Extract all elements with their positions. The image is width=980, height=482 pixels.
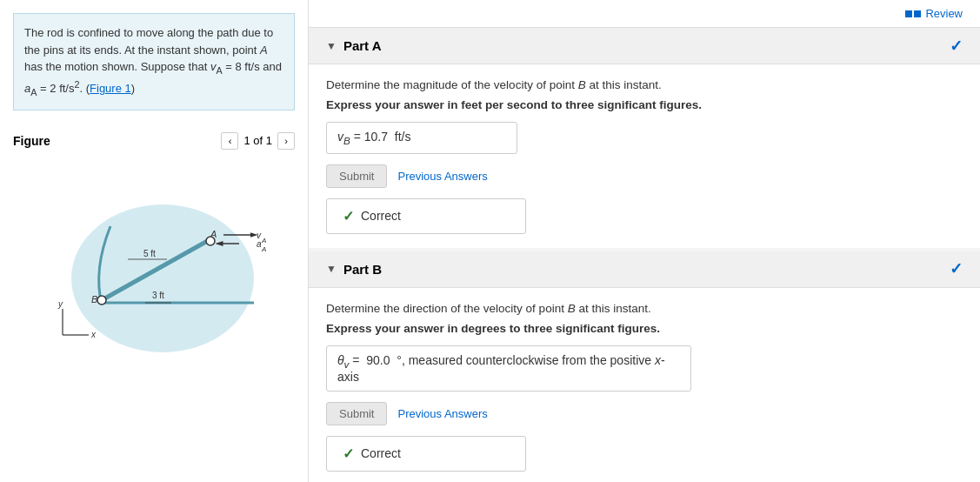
part-a-checkmark: ✓ bbox=[950, 37, 963, 56]
part-a-input[interactable]: vB = 10.7 ft/s bbox=[326, 122, 517, 154]
part-a-header: ▼ Part A ✓ bbox=[309, 28, 980, 64]
figure-nav: ‹ 1 of 1 › bbox=[221, 132, 295, 150]
part-a-correct-checkmark: ✓ bbox=[343, 208, 354, 224]
part-b-instruction: Express your answer in degrees to three … bbox=[326, 322, 963, 335]
review-label: Review bbox=[925, 7, 963, 20]
svg-point-10 bbox=[206, 237, 215, 245]
part-a-submit-button[interactable]: Submit bbox=[326, 164, 387, 188]
left-panel: The rod is confined to move along the pa… bbox=[0, 0, 309, 482]
part-a-actions: Submit Previous Answers bbox=[326, 164, 963, 188]
part-b-correct-text: Correct bbox=[361, 446, 401, 460]
part-a-correct-box: ✓ Correct bbox=[326, 198, 526, 234]
figure-page: 1 of 1 bbox=[243, 134, 272, 147]
part-b-header: ▼ Part B ✓ bbox=[309, 251, 980, 288]
svg-text:3 ft: 3 ft bbox=[152, 291, 164, 300]
part-b-question: Determine the direction of the velocity … bbox=[326, 302, 963, 315]
part-b-input[interactable]: θv = 90.0 °, measured counterclockwise f… bbox=[326, 345, 691, 392]
svg-text:x: x bbox=[90, 330, 97, 339]
figure-next-button[interactable]: › bbox=[277, 132, 295, 150]
svg-text:B: B bbox=[91, 294, 97, 305]
figure-header: Figure ‹ 1 of 1 › bbox=[13, 132, 295, 150]
figure-canvas: y x B A bbox=[23, 157, 284, 357]
figure-prev-button[interactable]: ‹ bbox=[221, 132, 238, 150]
figure-section: Figure ‹ 1 of 1 › y x bbox=[0, 124, 308, 365]
part-a-section: ▼ Part A ✓ Determine the magnitude of th… bbox=[309, 28, 980, 248]
part-b-submit-button[interactable]: Submit bbox=[326, 402, 387, 425]
part-b-content: Determine the direction of the velocity … bbox=[309, 288, 980, 482]
part-b-checkmark: ✓ bbox=[950, 259, 963, 278]
part-b-title: Part B bbox=[343, 262, 382, 277]
review-icon bbox=[905, 10, 921, 17]
review-link[interactable]: Review bbox=[905, 7, 963, 20]
svg-point-9 bbox=[97, 296, 106, 305]
figure1-link[interactable]: Figure 1 bbox=[90, 82, 131, 95]
part-a-prev-answers-link[interactable]: Previous Answers bbox=[397, 170, 487, 183]
part-b-collapse-arrow[interactable]: ▼ bbox=[326, 263, 337, 275]
svg-text:A: A bbox=[261, 244, 266, 252]
part-a-correct-text: Correct bbox=[361, 209, 401, 223]
review-bar: Review bbox=[309, 0, 980, 28]
svg-text:A: A bbox=[261, 236, 266, 244]
part-b-correct-checkmark: ✓ bbox=[343, 445, 354, 462]
figure-svg: y x B A bbox=[23, 157, 284, 357]
part-a-question: Determine the magnitude of the velocity … bbox=[326, 78, 963, 91]
right-panel: Review ▼ Part A ✓ Determine the magnitud… bbox=[309, 0, 980, 482]
part-b-section: ▼ Part B ✓ Determine the direction of th… bbox=[309, 251, 980, 482]
part-b-prev-answers-link[interactable]: Previous Answers bbox=[397, 407, 487, 420]
part-b-correct-box: ✓ Correct bbox=[326, 436, 526, 472]
part-a-title: Part A bbox=[343, 38, 382, 53]
problem-description: The rod is confined to move along the pa… bbox=[13, 13, 295, 110]
part-b-actions: Submit Previous Answers bbox=[326, 402, 963, 425]
svg-text:5 ft: 5 ft bbox=[143, 249, 156, 258]
svg-text:y: y bbox=[57, 299, 63, 309]
figure-title: Figure bbox=[13, 134, 50, 148]
part-a-collapse-arrow[interactable]: ▼ bbox=[326, 40, 337, 52]
part-a-content: Determine the magnitude of the velocity … bbox=[309, 64, 980, 248]
part-a-instruction: Express your answer in feet per second t… bbox=[326, 98, 963, 111]
